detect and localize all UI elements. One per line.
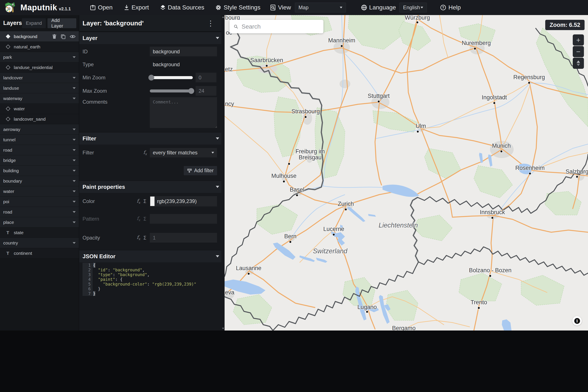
max-zoom-input[interactable] [196, 86, 216, 96]
opacity-input[interactable] [150, 233, 217, 242]
slider-thumb[interactable] [189, 88, 194, 94]
chevron-down-icon[interactable] [73, 128, 76, 130]
chevron-down-icon[interactable] [73, 170, 76, 172]
add-layer-button[interactable]: Add Layer [47, 18, 76, 28]
map-label-lausanne: Lausanne [236, 265, 262, 271]
sidebar-item-continent[interactable]: Tcontinent [0, 248, 79, 258]
sidebar-item-aeroway-group[interactable]: aeroway [0, 124, 79, 134]
map-label-ncy: ncy [225, 101, 234, 107]
sidebar-item-bridge-group[interactable]: bridge [0, 155, 79, 166]
chevron-down-icon[interactable] [73, 180, 76, 182]
json-line-1[interactable]: 1{ [79, 263, 225, 268]
json-code-editor[interactable]: 1{2 "id": "background",3 "type": "backgr… [79, 263, 225, 296]
sidebar-item-tunnel-group[interactable]: tunnel [0, 134, 79, 145]
sigma-icon[interactable]: Σ [143, 198, 146, 204]
function-icon[interactable]: fx [137, 216, 140, 222]
json-line-7[interactable]: 7} [79, 291, 225, 296]
chevron-down-icon[interactable] [73, 222, 76, 223]
chevron-down-icon[interactable] [73, 139, 76, 141]
chevron-down-icon[interactable] [73, 149, 76, 151]
search-box[interactable] [230, 20, 323, 33]
sidebar-item-landcover-group[interactable]: landcover [0, 73, 79, 83]
duplicate-icon[interactable] [61, 34, 66, 39]
scroll-up-icon[interactable] [222, 16, 224, 18]
sidebar-item-boundary-group[interactable]: boundary [0, 176, 79, 186]
comments-textarea[interactable] [150, 97, 217, 128]
sidebar-item-background[interactable]: background [0, 32, 79, 42]
pattern-input[interactable] [150, 214, 217, 224]
sigma-icon[interactable]: Σ [143, 235, 146, 240]
function-icon[interactable]: fx [143, 150, 147, 156]
export-menu-item[interactable]: Export [124, 4, 149, 11]
id-input[interactable] [150, 47, 217, 56]
slider-thumb[interactable] [149, 74, 154, 80]
city-dot [341, 45, 343, 47]
zoom-in-button[interactable]: + [573, 34, 584, 46]
json-line-5[interactable]: 5 "background-color": "rgb(239,239,239)" [79, 282, 225, 286]
sidebar-item-water-group[interactable]: water [0, 186, 79, 196]
color-swatch[interactable] [150, 196, 155, 206]
sidebar-item-landuse-group[interactable]: landuse [0, 83, 79, 93]
sidebar-item-country-group[interactable]: country [0, 238, 79, 248]
sidebar-header: Layers Expand Add Layer [0, 15, 79, 31]
scroll-down-icon[interactable] [222, 328, 224, 329]
language-select[interactable]: English [399, 2, 427, 12]
view-select[interactable]: Map [295, 2, 346, 12]
map-canvas[interactable]: bourgocWürzburgMannheimNurembergSaarbrüc… [225, 15, 588, 330]
sidebar-item-park-group[interactable]: park [0, 52, 79, 62]
add-filter-button[interactable]: Add filter [184, 166, 217, 175]
json-line-6[interactable]: 6 } [79, 286, 225, 291]
visibility-icon[interactable] [70, 34, 76, 39]
min-zoom-slider[interactable] [150, 76, 193, 79]
chevron-down-icon[interactable] [73, 190, 76, 192]
compass-button[interactable] [573, 58, 584, 69]
chevron-down-icon[interactable] [73, 211, 76, 213]
min-zoom-input[interactable] [196, 73, 216, 82]
function-icon[interactable]: fx [137, 198, 140, 204]
sidebar-item-building-group[interactable]: building [0, 166, 79, 176]
sidebar-item-landcover_sand[interactable]: landcover_sand [0, 114, 79, 124]
layer-name: aeroway [3, 127, 73, 132]
sidebar-item-road-group[interactable]: road [0, 145, 79, 155]
chevron-down-icon[interactable] [73, 242, 76, 244]
json-line-4[interactable]: 4 "paint": { [79, 277, 225, 282]
json-line-2[interactable]: 2 "id": "background", [79, 268, 225, 272]
section-header-filter[interactable]: Filter [79, 132, 225, 144]
section-header-layer[interactable]: Layer [79, 32, 225, 44]
sidebar-item-water[interactable]: water [0, 104, 79, 114]
help-menu[interactable]: ? Help [440, 4, 461, 11]
expand-button[interactable]: Expand [22, 18, 46, 28]
menu-label: Export [132, 4, 149, 11]
chevron-down-icon[interactable] [73, 98, 76, 99]
editor-scrollbar[interactable] [221, 15, 225, 330]
json-line-3[interactable]: 3 "type": "background", [79, 272, 225, 277]
line-number: 1 [82, 263, 93, 268]
kebab-menu-icon[interactable]: ⋮ [207, 20, 214, 27]
attribution-info-button[interactable]: i [572, 316, 582, 326]
max-zoom-slider[interactable] [150, 90, 193, 92]
chevron-down-icon[interactable] [73, 160, 76, 161]
chevron-down-icon[interactable] [73, 87, 76, 89]
function-icon[interactable]: fx [137, 234, 140, 240]
style-settings-menu-item[interactable]: Style Settings [215, 4, 260, 11]
sidebar-item-poi-group[interactable]: poi [0, 196, 79, 207]
color-input[interactable]: rgb(239,239,239) [150, 196, 217, 206]
sidebar-item-state[interactable]: Tstate [0, 228, 79, 238]
delete-icon[interactable] [52, 34, 57, 39]
section-header-json[interactable]: JSON Editor [79, 250, 225, 262]
sigma-icon[interactable]: Σ [143, 216, 146, 222]
search-input[interactable] [242, 23, 319, 30]
sidebar-item-place-group[interactable]: place [0, 217, 79, 228]
sidebar-item-waterway-group[interactable]: waterway [0, 93, 79, 104]
section-header-paint[interactable]: Paint properties [79, 181, 225, 193]
sidebar-item-landuse_residential[interactable]: landuse_residential [0, 62, 79, 73]
sidebar-item-natural_earth[interactable]: natural_earth [0, 42, 79, 52]
zoom-out-button[interactable]: − [573, 46, 584, 57]
chevron-down-icon[interactable] [73, 56, 76, 58]
chevron-down-icon[interactable] [73, 201, 76, 202]
data-sources-menu-item[interactable]: Data Sources [160, 4, 204, 11]
open-menu-item[interactable]: Open [90, 4, 113, 11]
sidebar-item-road-group[interactable]: road [0, 207, 79, 217]
filter-combinator-select[interactable]: every filter matches [150, 148, 217, 158]
chevron-down-icon[interactable] [73, 77, 76, 79]
